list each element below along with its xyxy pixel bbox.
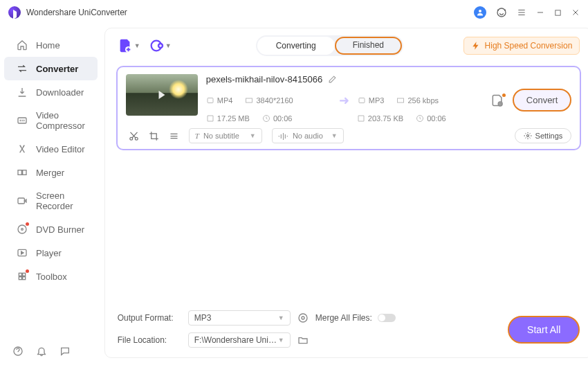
dst-format: MP3 xyxy=(369,96,385,105)
support-icon[interactable] xyxy=(496,7,507,18)
add-folder-button[interactable]: ▼ xyxy=(149,38,172,53)
format-icon xyxy=(358,96,366,105)
sidebar-bottom xyxy=(0,337,102,365)
sidebar-item-dvd[interactable]: DVD Burner xyxy=(4,217,98,241)
sidebar-item-toolbox[interactable]: Toolbox xyxy=(4,265,98,288)
sidebar-item-editor[interactable]: Video Editor xyxy=(4,137,98,161)
sidebar-item-merger[interactable]: Merger xyxy=(4,161,98,184)
start-all-button[interactable]: Start All xyxy=(508,316,580,344)
chevron-down-icon: ▼ xyxy=(278,337,284,344)
sidebar-item-player[interactable]: Player xyxy=(4,241,98,265)
sidebar-item-recorder[interactable]: Screen Recorder xyxy=(4,184,98,217)
add-file-button[interactable]: ▼ xyxy=(118,38,140,53)
convert-button[interactable]: Convert xyxy=(513,89,572,112)
dvd-icon xyxy=(17,224,28,235)
bell-icon[interactable] xyxy=(36,346,47,357)
tab-segment: Converting Finished xyxy=(256,35,403,56)
item-settings-button[interactable]: Settings xyxy=(515,128,572,143)
sidebar: Home Converter Downloader Video Compress… xyxy=(0,25,102,365)
tab-finished[interactable]: Finished xyxy=(335,37,402,55)
merger-icon xyxy=(17,167,28,178)
menu-icon[interactable] xyxy=(517,8,526,17)
high-speed-button[interactable]: High Speed Conversion xyxy=(463,37,580,55)
svg-point-22 xyxy=(498,102,502,106)
feedback-icon[interactable] xyxy=(59,346,71,357)
home-icon xyxy=(17,39,28,51)
svg-point-28 xyxy=(526,135,529,137)
sidebar-item-label: Video Editor xyxy=(36,144,85,154)
svg-rect-11 xyxy=(23,273,26,276)
output-settings-icon[interactable] xyxy=(488,94,507,107)
file-location-label: File Location: xyxy=(118,335,181,345)
downloader-icon xyxy=(17,87,28,98)
settings-label: Settings xyxy=(535,132,563,140)
svg-rect-2 xyxy=(555,10,560,15)
subtitle-dropdown[interactable]: T No subtitle ▼ xyxy=(189,128,262,143)
bitrate-icon xyxy=(396,96,405,105)
size-icon xyxy=(206,114,214,123)
src-resolution: 3840*2160 xyxy=(256,96,293,105)
sidebar-item-label: Home xyxy=(36,40,60,51)
merge-label: Merge All Files: xyxy=(315,313,372,323)
svg-rect-5 xyxy=(23,170,26,175)
close-icon[interactable] xyxy=(571,8,580,17)
chevron-down-icon: ▼ xyxy=(331,132,338,139)
output-format-value: MP3 xyxy=(194,313,212,323)
file-location-value: F:\Wondershare UniConverter xyxy=(194,335,278,345)
audio-value: No audio xyxy=(293,132,323,140)
chevron-down-icon: ▼ xyxy=(278,314,284,321)
output-format-dropdown[interactable]: MP3 ▼ xyxy=(188,310,291,326)
svg-rect-19 xyxy=(246,98,252,103)
footer: Output Format: MP3 ▼ Merge All Files: Fi… xyxy=(105,303,588,357)
sidebar-item-label: DVD Burner xyxy=(36,224,84,235)
svg-point-30 xyxy=(302,317,304,319)
sidebar-item-converter[interactable]: Converter xyxy=(4,57,98,80)
audio-dropdown[interactable]: ·ı|ı· No audio ▼ xyxy=(272,128,344,143)
output-format-label: Output Format: xyxy=(118,313,181,323)
toolbar: ▼ ▼ Converting Finished High Speed Conve… xyxy=(105,28,588,63)
player-icon xyxy=(17,247,28,258)
open-folder-icon[interactable] xyxy=(297,335,309,346)
sidebar-item-label: Player xyxy=(36,248,62,258)
compressor-icon xyxy=(17,115,28,126)
clock-icon xyxy=(262,114,270,123)
sidebar-item-label: Converter xyxy=(36,64,78,74)
file-card: pexels-mikhail-nilov-8415066 MP4 3840*21… xyxy=(116,66,582,150)
src-size: 17.25 MB xyxy=(217,114,250,123)
tab-converting[interactable]: Converting xyxy=(257,37,335,55)
sidebar-item-downloader[interactable]: Downloader xyxy=(4,80,98,104)
file-location-dropdown[interactable]: F:\Wondershare UniConverter ▼ xyxy=(188,332,291,348)
lightning-icon xyxy=(471,41,481,51)
high-speed-label: High Speed Conversion xyxy=(485,41,573,51)
svg-rect-13 xyxy=(23,277,26,280)
help-icon[interactable] xyxy=(12,346,24,357)
editor-icon xyxy=(17,143,28,154)
sidebar-item-compressor[interactable]: Video Compressor xyxy=(4,104,98,137)
svg-rect-21 xyxy=(398,98,404,103)
svg-point-29 xyxy=(299,314,307,322)
gear-icon xyxy=(524,132,532,140)
video-thumbnail[interactable] xyxy=(126,74,198,116)
sidebar-item-home[interactable]: Home xyxy=(4,33,98,57)
preview-icon[interactable] xyxy=(297,312,309,323)
crop-icon[interactable] xyxy=(149,131,159,141)
merge-toggle[interactable] xyxy=(378,314,396,322)
app-title: Wondershare UniConverter xyxy=(26,8,127,17)
main-panel: ▼ ▼ Converting Finished High Speed Conve… xyxy=(104,28,588,358)
chevron-down-icon: ▼ xyxy=(165,42,172,49)
effects-icon[interactable] xyxy=(169,131,179,141)
subtitle-value: No subtitle xyxy=(203,132,239,140)
minimize-icon[interactable] xyxy=(536,8,544,17)
svg-rect-18 xyxy=(208,98,213,103)
chevron-down-icon: ▼ xyxy=(134,42,140,49)
user-account-icon[interactable] xyxy=(474,6,486,19)
maximize-icon[interactable] xyxy=(554,9,562,17)
dst-bitrate: 256 kbps xyxy=(407,96,439,105)
edit-name-icon[interactable] xyxy=(328,75,337,84)
svg-point-8 xyxy=(21,229,24,231)
format-icon xyxy=(206,96,214,105)
sidebar-item-label: Merger xyxy=(36,168,64,178)
svg-point-1 xyxy=(497,8,506,17)
toolbox-icon xyxy=(17,271,28,282)
trim-icon[interactable] xyxy=(129,131,139,141)
